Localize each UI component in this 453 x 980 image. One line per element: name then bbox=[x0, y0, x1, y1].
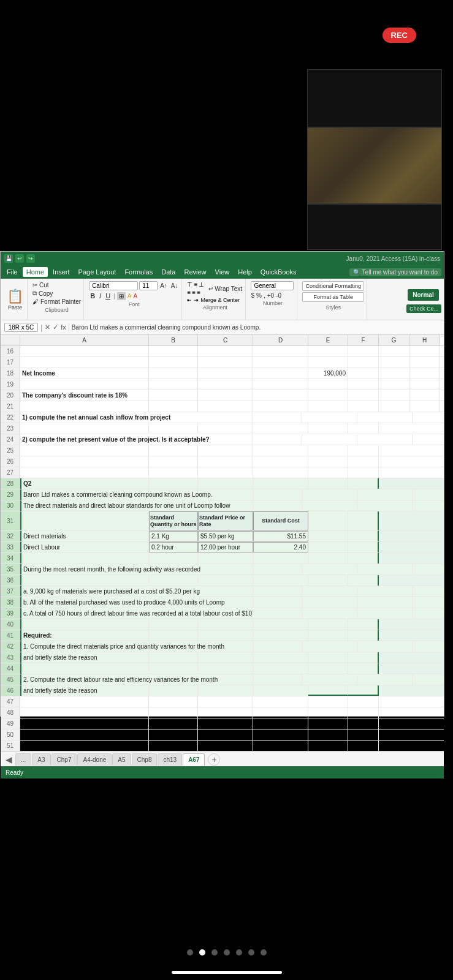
cell-a45[interactable]: 2. Compute the direct labour rate and ef… bbox=[20, 674, 253, 685]
cell-b26[interactable] bbox=[149, 456, 198, 467]
menu-quickbooks[interactable]: QuickBooks bbox=[257, 267, 300, 277]
font-shrink-button[interactable]: A↓ bbox=[170, 282, 180, 290]
format-painter-button[interactable]: 🖌 Format Painter bbox=[31, 298, 82, 306]
align-bottom-button[interactable]: ⊥ bbox=[199, 281, 204, 288]
cell-e20[interactable] bbox=[308, 390, 348, 401]
cell-b21[interactable] bbox=[149, 401, 198, 412]
cell-f32[interactable] bbox=[348, 531, 379, 541]
cell-b17[interactable] bbox=[149, 357, 198, 368]
cell-e47[interactable] bbox=[308, 696, 348, 707]
cell-a20[interactable]: The company's discount rate is 18% bbox=[20, 390, 149, 401]
cell-h20[interactable] bbox=[409, 390, 440, 401]
cell-b44[interactable] bbox=[149, 663, 198, 674]
cell-a31[interactable] bbox=[20, 511, 149, 530]
cell-f43[interactable] bbox=[348, 652, 379, 663]
cell-c20[interactable] bbox=[198, 390, 253, 401]
menu-file[interactable]: File bbox=[3, 267, 21, 277]
cell-e32[interactable] bbox=[308, 531, 348, 541]
col-header-c[interactable]: C bbox=[198, 335, 253, 345]
rec-button[interactable]: REC bbox=[383, 28, 416, 43]
cell-a22[interactable]: 1) compute the net annual cash inflow fr… bbox=[20, 412, 253, 423]
cell-b27[interactable] bbox=[149, 467, 198, 478]
col-header-h[interactable]: H bbox=[409, 335, 440, 345]
cell-f33[interactable] bbox=[348, 542, 379, 552]
cell-a30[interactable]: The direct materials and direct labour s… bbox=[20, 500, 253, 511]
conditional-formatting-button[interactable]: Conditional Formatting bbox=[302, 281, 364, 291]
cell-c30[interactable] bbox=[302, 500, 357, 511]
cell-a32[interactable]: Direct materials bbox=[20, 531, 149, 541]
cell-f31[interactable] bbox=[348, 511, 379, 530]
cell-d26[interactable] bbox=[253, 456, 308, 467]
cell-a35[interactable]: During the most recent month, the follow… bbox=[20, 564, 253, 575]
cell-b34[interactable] bbox=[149, 553, 198, 564]
cell-e29[interactable] bbox=[413, 489, 444, 500]
cell-a18[interactable]: Net Income bbox=[20, 368, 149, 379]
check-cell-button[interactable]: Check Ce... bbox=[406, 304, 441, 313]
cell-b39[interactable] bbox=[253, 608, 302, 619]
cut-button[interactable]: ✂ Cut bbox=[31, 281, 82, 289]
cell-c40[interactable] bbox=[198, 619, 253, 630]
font-grow-button[interactable]: A↑ bbox=[159, 282, 169, 290]
cell-e34[interactable] bbox=[308, 553, 348, 564]
cell-h21[interactable] bbox=[409, 401, 440, 412]
cell-b33[interactable]: 0.2 hour bbox=[149, 542, 198, 552]
menu-page-layout[interactable]: Page Layout bbox=[75, 267, 120, 277]
cell-e25[interactable] bbox=[308, 445, 348, 456]
cell-a47[interactable] bbox=[20, 696, 149, 707]
cell-a17[interactable] bbox=[20, 357, 149, 368]
sheet-tab-a67[interactable]: A67 bbox=[183, 753, 205, 766]
cell-b35[interactable] bbox=[253, 564, 302, 575]
cell-a44[interactable] bbox=[20, 663, 149, 674]
cell-d31[interactable]: Standard Cost bbox=[253, 511, 308, 530]
cell-f27[interactable] bbox=[348, 467, 379, 478]
cell-e33[interactable] bbox=[308, 542, 348, 552]
cell-e27[interactable] bbox=[308, 467, 348, 478]
paste-label[interactable]: Paste bbox=[8, 304, 22, 311]
align-center-button[interactable]: ≡ bbox=[192, 289, 196, 296]
cell-e36[interactable] bbox=[308, 575, 348, 586]
cell-d23[interactable] bbox=[253, 423, 308, 434]
font-color-button[interactable]: A bbox=[133, 293, 137, 300]
page-dot-6[interactable] bbox=[248, 949, 254, 956]
number-format-selector[interactable]: General bbox=[251, 281, 294, 290]
cell-f21[interactable] bbox=[348, 401, 379, 412]
cell-f17[interactable] bbox=[348, 357, 379, 368]
cell-g16[interactable] bbox=[379, 346, 409, 356]
cell-e22[interactable] bbox=[413, 412, 444, 423]
cell-f18[interactable] bbox=[348, 368, 379, 379]
comma-button[interactable]: , bbox=[264, 292, 265, 299]
cell-c32[interactable]: $5.50 per kg bbox=[198, 531, 253, 541]
cell-g20[interactable] bbox=[379, 390, 409, 401]
cell-c21[interactable] bbox=[198, 401, 253, 412]
font-size-selector[interactable]: 11 bbox=[139, 281, 158, 290]
cell-c17[interactable] bbox=[198, 357, 253, 368]
font-name-selector[interactable]: Calibri bbox=[89, 281, 138, 290]
cell-e17[interactable] bbox=[308, 357, 348, 368]
menu-insert[interactable]: Insert bbox=[49, 267, 74, 277]
cell-c19[interactable] bbox=[198, 379, 253, 390]
cell-a49[interactable] bbox=[20, 718, 149, 729]
cell-b19[interactable] bbox=[149, 379, 198, 390]
cell-e21[interactable] bbox=[308, 401, 348, 412]
name-box[interactable]: 18R x 5C bbox=[4, 323, 38, 332]
sheet-tab-ch13[interactable]: ch13 bbox=[158, 753, 182, 766]
cell-d51[interactable] bbox=[253, 741, 308, 751]
cell-d44[interactable] bbox=[253, 663, 308, 674]
col-header-b[interactable]: B bbox=[149, 335, 198, 345]
cell-f28[interactable] bbox=[348, 478, 379, 489]
cell-g18[interactable] bbox=[379, 368, 409, 379]
col-header-a[interactable]: A bbox=[20, 335, 149, 345]
cell-a43[interactable]: and briefly state the reason bbox=[20, 652, 149, 663]
cell-e24[interactable] bbox=[413, 434, 444, 445]
increase-indent-button[interactable]: ⇥ bbox=[194, 297, 199, 303]
cell-d28[interactable] bbox=[253, 478, 308, 489]
cell-a29[interactable]: Baron Ltd makes a commercial cleaning co… bbox=[20, 489, 253, 500]
cell-b31[interactable]: Standard Quantity or hours bbox=[149, 511, 198, 530]
cell-e37[interactable] bbox=[413, 586, 444, 597]
cell-d17[interactable] bbox=[253, 357, 308, 368]
currency-button[interactable]: $ bbox=[251, 292, 254, 299]
cell-e45[interactable] bbox=[413, 674, 444, 685]
scroll-left-button[interactable]: ◀ bbox=[3, 755, 15, 764]
cell-h17[interactable] bbox=[409, 357, 440, 368]
cell-b49[interactable] bbox=[149, 718, 198, 729]
